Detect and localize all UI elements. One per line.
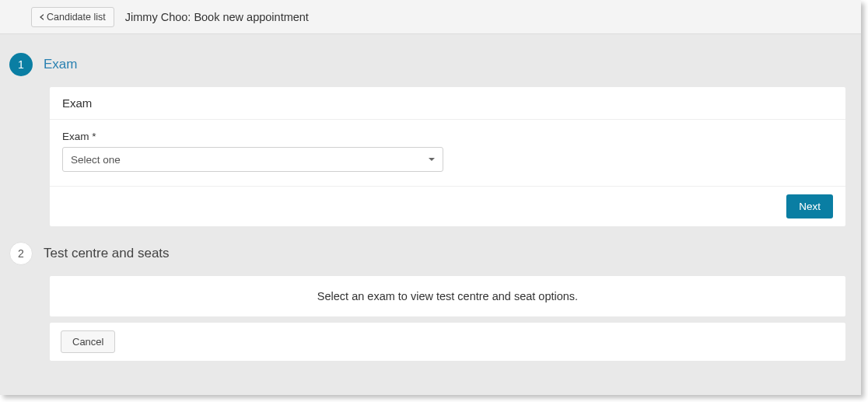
cancel-button[interactable]: Cancel: [61, 330, 115, 353]
step2-message: Select an exam to view test centre and s…: [50, 276, 845, 316]
exam-select-wrap: Select one: [62, 147, 443, 172]
step2-message-panel: Select an exam to view test centre and s…: [50, 276, 845, 316]
step2-header: 2 Test centre and seats: [8, 242, 853, 265]
candidate-list-back-button[interactable]: Candidate list: [31, 7, 114, 27]
step1-header: 1 Exam: [8, 53, 853, 76]
step1-panel-footer: Next: [50, 186, 845, 226]
step1-panel-header: Exam: [50, 87, 845, 120]
step2-container: 2 Test centre and seats Select an exam t…: [8, 242, 853, 361]
step1-number-badge: 1: [9, 53, 33, 76]
page-title: Jimmy Choo: Book new appointment: [125, 11, 309, 23]
next-button[interactable]: Next: [786, 194, 833, 218]
chevron-left-icon: [40, 14, 44, 20]
step1-panel-body: Exam * Select one: [50, 120, 845, 186]
step1-panel: Exam Exam * Select one Next: [50, 87, 845, 226]
chevron-down-icon: [429, 158, 435, 161]
top-bar: Candidate list Jimmy Choo: Book new appo…: [0, 0, 861, 34]
exam-field-label: Exam *: [62, 131, 833, 142]
step2-title: Test centre and seats: [44, 246, 170, 261]
step2-number-badge: 2: [9, 242, 33, 265]
content-area: 1 Exam Exam Exam * Select one Next 2: [0, 34, 861, 369]
cancel-panel: Cancel: [50, 323, 845, 361]
exam-select-value: Select one: [71, 154, 121, 166]
step1-title: Exam: [44, 57, 77, 72]
exam-select[interactable]: Select one: [62, 147, 443, 172]
page-container: Candidate list Jimmy Choo: Book new appo…: [0, 0, 861, 395]
back-button-label: Candidate list: [47, 12, 106, 23]
